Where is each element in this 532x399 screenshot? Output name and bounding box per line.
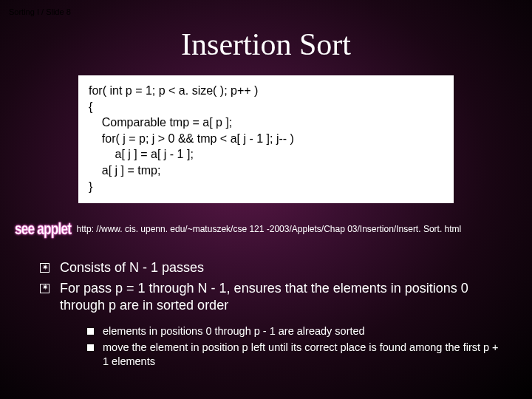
sub-bullet-marker-icon: [87, 328, 94, 335]
code-block: for( int p = 1; p < a. size( ); p++ ) { …: [78, 75, 454, 203]
list-item-text: elements in positions 0 through p - 1 ar…: [103, 324, 365, 339]
list-item-text: Consists of N - 1 passes: [60, 259, 204, 276]
see-applet-label: see applet: [15, 219, 71, 239]
list-item: ✷ For pass p = 1 through N - 1, ensures …: [40, 280, 502, 315]
list-item: ✷ Consists of N - 1 passes: [40, 259, 502, 276]
applet-url[interactable]: http: //www. cis. upenn. edu/~matuszek/c…: [77, 224, 462, 234]
sub-bullet-marker-icon: [87, 344, 94, 351]
list-item: elements in positions 0 through p - 1 ar…: [87, 324, 502, 339]
list-item: move the element in position p left unti…: [87, 341, 502, 369]
applet-link-row: see applet http: //www. cis. upenn. edu/…: [0, 219, 532, 239]
list-item-text: For pass p = 1 through N - 1, ensures th…: [60, 280, 502, 315]
sub-bullet-list: elements in positions 0 through p - 1 ar…: [0, 324, 532, 369]
bullet-marker-icon: ✷: [40, 284, 50, 293]
slide-title: Insertion Sort: [0, 27, 532, 62]
slide-header: Sorting I / Slide 8: [9, 7, 71, 16]
list-item-text: move the element in position p left unti…: [103, 341, 502, 369]
bullet-marker-icon: ✷: [40, 263, 50, 273]
main-bullet-list: ✷ Consists of N - 1 passes ✷ For pass p …: [0, 259, 532, 314]
